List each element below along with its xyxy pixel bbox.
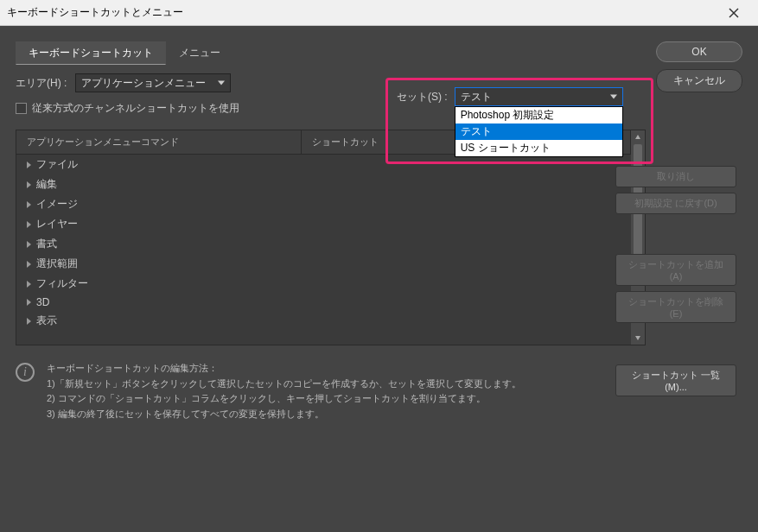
undo-button[interactable]: 取り消し <box>615 166 736 187</box>
row-label: 表示 <box>36 314 57 328</box>
chevron-right-icon <box>27 299 31 306</box>
titlebar: キーボードショートカットとメニュー <box>0 0 758 26</box>
set-select[interactable]: テスト <box>455 87 623 106</box>
tab-menus[interactable]: メニュー <box>166 41 233 65</box>
ok-button[interactable]: OK <box>656 41 742 62</box>
side-buttons: 取り消し 初期設定 に戻す(D) ショートカットを追加(A) ショートカットを削… <box>615 166 736 396</box>
dropdown-item[interactable]: テスト <box>455 124 622 140</box>
delete-shortcut-button[interactable]: ショートカットを削除(E) <box>615 291 736 323</box>
table-rows: ファイル 編集 イメージ レイヤー 書式 選択範囲 フィルター 3D 表示 <box>16 155 631 331</box>
area-label: エリア(H) : <box>16 76 67 91</box>
chevron-right-icon <box>27 241 31 248</box>
set-row: セット(S) : テスト Photoshop 初期設定 テスト US ショートカ… <box>397 87 642 106</box>
dialog-title: キーボードショートカットとメニュー <box>7 5 717 20</box>
cancel-button[interactable]: キャンセル <box>656 69 742 92</box>
info-area: i キーボードショートカットの編集方法： 1)「新規セット」ボタンをクリックして… <box>16 361 646 421</box>
chevron-right-icon <box>27 221 31 228</box>
tabs: キーボードショートカット メニュー <box>16 41 646 65</box>
row-label: イメージ <box>36 197 78 212</box>
set-label: セット(S) : <box>397 87 448 104</box>
table-row[interactable]: 書式 <box>16 234 631 254</box>
info-icon: i <box>16 363 35 382</box>
table-row[interactable]: イメージ <box>16 194 631 214</box>
info-line: 2) コマンドの「ショートカット」コラムをクリックし、キーを押してショートカット… <box>47 391 521 407</box>
set-select-value: テスト <box>461 91 492 103</box>
chevron-right-icon <box>27 201 31 208</box>
legacy-checkbox[interactable] <box>16 103 27 114</box>
chevron-right-icon <box>27 318 31 325</box>
right-buttons: OK キャンセル <box>656 41 742 92</box>
area-select[interactable]: アプリケーションメニュー <box>75 73 231 92</box>
info-line: 1)「新規セット」ボタンをクリックして選択したセットのコピーを作成するか、セット… <box>47 377 521 392</box>
row-label: ファイル <box>36 157 78 172</box>
reset-button[interactable]: 初期設定 に戻す(D) <box>615 193 736 214</box>
table-row[interactable]: 3D <box>16 294 631 311</box>
chevron-right-icon <box>27 162 31 168</box>
row-label: 3D <box>36 296 49 308</box>
row-label: 書式 <box>36 237 57 251</box>
dialog-body: キーボードショートカット メニュー エリア(H) : アプリケーションメニュー … <box>0 26 758 532</box>
legacy-checkbox-label: 従来方式のチャンネルショートカットを使用 <box>32 101 239 116</box>
table-row[interactable]: 編集 <box>16 174 631 194</box>
row-label: フィルター <box>36 276 88 291</box>
chevron-right-icon <box>27 261 31 268</box>
spacer <box>615 328 736 359</box>
set-highlight-area: セット(S) : テスト Photoshop 初期設定 テスト US ショートカ… <box>385 78 653 164</box>
table-row[interactable]: レイヤー <box>16 214 631 234</box>
info-title: キーボードショートカットの編集方法： <box>47 361 521 377</box>
summary-button[interactable]: ショートカット 一覧(M)... <box>615 364 736 396</box>
table-row[interactable]: フィルター <box>16 274 631 294</box>
close-button[interactable] <box>717 0 751 26</box>
row-label: レイヤー <box>36 217 78 231</box>
close-icon <box>729 8 739 18</box>
row-label: 編集 <box>36 177 57 192</box>
area-select-value: アプリケーションメニュー <box>81 77 206 89</box>
row-label: 選択範囲 <box>36 256 78 271</box>
th-command: アプリケーションメニューコマンド <box>16 130 302 154</box>
spacer <box>615 219 736 249</box>
set-select-wrap: テスト Photoshop 初期設定 テスト US ショートカット <box>455 87 642 106</box>
chevron-right-icon <box>27 281 31 288</box>
dropdown-item[interactable]: Photoshop 初期設定 <box>455 107 622 124</box>
add-shortcut-button[interactable]: ショートカットを追加(A) <box>615 254 736 286</box>
chevron-right-icon <box>27 181 31 188</box>
tab-shortcuts[interactable]: キーボードショートカット <box>16 41 166 65</box>
info-text: キーボードショートカットの編集方法： 1)「新規セット」ボタンをクリックして選択… <box>47 361 521 421</box>
dropdown-item[interactable]: US ショートカット <box>455 140 622 156</box>
info-line: 3) 編集の終了後にセットを保存してすべての変更を保持します。 <box>47 407 521 422</box>
table-row[interactable]: 表示 <box>16 311 631 331</box>
set-dropdown: Photoshop 初期設定 テスト US ショートカット <box>455 106 623 157</box>
table-row[interactable]: 選択範囲 <box>16 254 631 274</box>
